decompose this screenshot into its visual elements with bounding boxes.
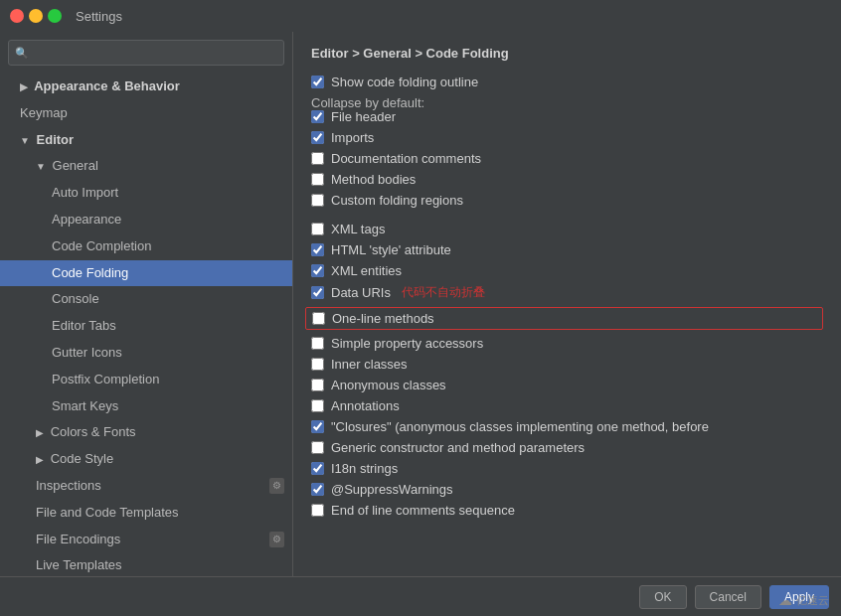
inner-classes-checkbox[interactable] xyxy=(311,358,324,371)
sidebar-item-general[interactable]: ▼ General xyxy=(0,153,292,180)
show-code-folding-outline-item: Show code folding outline xyxy=(311,75,823,89)
generic-constructor-checkbox[interactable] xyxy=(311,441,324,454)
settings-dialog: 🔍 ▶ Appearance & Behavior Keymap ▼ Edito… xyxy=(0,32,841,616)
i18n-checkbox[interactable] xyxy=(311,462,324,475)
doc-comments-checkbox[interactable] xyxy=(311,152,324,165)
sidebar-item-console[interactable]: Console xyxy=(0,286,292,313)
xml-tags-item: XML tags xyxy=(311,222,823,236)
annotations-label[interactable]: Annotations xyxy=(331,398,400,413)
xml-entities-label[interactable]: XML entities xyxy=(331,263,402,278)
one-line-methods-checkbox[interactable] xyxy=(312,312,325,325)
sidebar-item-live-templates[interactable]: Live Templates xyxy=(0,552,292,576)
doc-comments-item: Documentation comments xyxy=(311,151,823,166)
file-header-item: File header xyxy=(311,109,823,124)
method-bodies-label[interactable]: Method bodies xyxy=(331,172,416,187)
xml-tags-checkbox[interactable] xyxy=(311,223,324,235)
window-controls[interactable] xyxy=(10,9,62,23)
closures-label[interactable]: "Closures" (anonymous classes implementi… xyxy=(331,419,709,434)
file-header-checkbox[interactable] xyxy=(311,110,324,123)
sidebar-item-file-encodings[interactable]: File Encodings ⚙ xyxy=(0,527,292,553)
imports-item: Imports xyxy=(311,130,823,145)
expand-icon: ▶ xyxy=(20,79,28,95)
html-style-label[interactable]: HTML 'style' attribute xyxy=(331,242,451,257)
breadcrumb: Editor > General > Code Folding xyxy=(311,46,823,61)
sidebar-item-gutter-icons[interactable]: Gutter Icons xyxy=(0,340,292,367)
content-panel: Editor > General > Code Folding Show cod… xyxy=(293,32,841,576)
sidebar-item-editor[interactable]: ▼ Editor xyxy=(0,127,292,154)
i18n-item: I18n strings xyxy=(311,461,823,476)
search-input[interactable] xyxy=(34,46,277,60)
search-icon: 🔍 xyxy=(15,47,29,60)
i18n-label[interactable]: I18n strings xyxy=(331,461,398,476)
end-of-line-label[interactable]: End of line comments sequence xyxy=(331,503,515,518)
ok-button[interactable]: OK xyxy=(639,585,686,609)
sidebar: 🔍 ▶ Appearance & Behavior Keymap ▼ Edito… xyxy=(0,32,293,576)
custom-folding-checkbox[interactable] xyxy=(311,194,324,207)
end-of-line-checkbox[interactable] xyxy=(311,504,324,517)
sidebar-item-editor-tabs[interactable]: Editor Tabs xyxy=(0,313,292,340)
generic-constructor-item: Generic constructor and method parameter… xyxy=(311,440,823,455)
data-uris-checkbox[interactable] xyxy=(311,286,324,299)
title-bar: Settings xyxy=(0,0,841,32)
data-uris-annotation: 代码不自动折叠 xyxy=(402,284,485,301)
html-style-item: HTML 'style' attribute xyxy=(311,242,823,257)
suppress-warnings-item: @SuppressWarnings xyxy=(311,482,823,497)
one-line-methods-label[interactable]: One-line methods xyxy=(332,311,434,326)
simple-property-item: Simple property accessors xyxy=(311,336,823,351)
custom-folding-label[interactable]: Custom folding regions xyxy=(331,193,463,208)
expand-icon: ▶ xyxy=(36,425,44,441)
generic-constructor-label[interactable]: Generic constructor and method parameter… xyxy=(331,440,585,455)
annotations-item: Annotations xyxy=(311,398,823,413)
sidebar-item-smart-keys[interactable]: Smart Keys xyxy=(0,393,292,420)
doc-comments-label[interactable]: Documentation comments xyxy=(331,151,481,166)
dialog-body: 🔍 ▶ Appearance & Behavior Keymap ▼ Edito… xyxy=(0,32,841,576)
sidebar-item-inspections[interactable]: Inspections ⚙ xyxy=(0,473,292,500)
sidebar-item-auto-import[interactable]: Auto Import xyxy=(0,180,292,207)
inner-classes-item: Inner classes xyxy=(311,357,823,372)
closures-item: "Closures" (anonymous classes implementi… xyxy=(311,419,823,434)
collapse-by-default-label: Collapse by default: xyxy=(311,95,823,99)
search-box[interactable]: 🔍 xyxy=(8,40,284,66)
expand-icon: ▼ xyxy=(20,133,30,149)
data-uris-item: Data URIs 代码不自动折叠 xyxy=(311,284,823,301)
annotations-checkbox[interactable] xyxy=(311,399,324,412)
xml-tags-label[interactable]: XML tags xyxy=(331,222,385,236)
inner-classes-label[interactable]: Inner classes xyxy=(331,357,408,372)
sidebar-item-code-folding[interactable]: Code Folding xyxy=(0,260,292,287)
suppress-warnings-label[interactable]: @SuppressWarnings xyxy=(331,482,453,497)
suppress-warnings-checkbox[interactable] xyxy=(311,483,324,496)
cancel-button[interactable]: Cancel xyxy=(695,585,761,609)
data-uris-label[interactable]: Data URIs xyxy=(331,285,391,300)
expand-icon: ▶ xyxy=(36,452,44,468)
sidebar-item-postfix-completion[interactable]: Postfix Completion xyxy=(0,367,292,393)
html-style-checkbox[interactable] xyxy=(311,243,324,256)
sidebar-item-code-completion[interactable]: Code Completion xyxy=(0,233,292,260)
closures-checkbox[interactable] xyxy=(311,420,324,433)
watermark: ☁ 亿速云 xyxy=(778,592,829,608)
method-bodies-checkbox[interactable] xyxy=(311,173,324,186)
sidebar-item-code-style[interactable]: ▶ Code Style xyxy=(0,446,292,473)
xml-entities-checkbox[interactable] xyxy=(311,264,324,277)
sidebar-item-colors-fonts[interactable]: ▶ Colors & Fonts xyxy=(0,419,292,446)
sidebar-item-keymap[interactable]: Keymap xyxy=(0,100,292,127)
maximize-button[interactable] xyxy=(48,9,62,23)
simple-property-label[interactable]: Simple property accessors xyxy=(331,336,483,351)
imports-label[interactable]: Imports xyxy=(331,130,374,145)
simple-property-checkbox[interactable] xyxy=(311,337,324,350)
xml-entities-item: XML entities xyxy=(311,263,823,278)
end-of-line-item: End of line comments sequence xyxy=(311,503,823,518)
anonymous-classes-label[interactable]: Anonymous classes xyxy=(331,378,446,392)
imports-checkbox[interactable] xyxy=(311,131,324,144)
sidebar-item-file-code-templates[interactable]: File and Code Templates xyxy=(0,500,292,527)
expand-icon: ▼ xyxy=(36,159,46,175)
sidebar-item-appearance-behavior[interactable]: ▶ Appearance & Behavior xyxy=(0,74,292,100)
sidebar-item-appearance[interactable]: Appearance xyxy=(0,207,292,233)
show-code-folding-outline-checkbox[interactable] xyxy=(311,76,324,88)
close-button[interactable] xyxy=(10,9,24,23)
minimize-button[interactable] xyxy=(29,9,43,23)
file-header-label[interactable]: File header xyxy=(331,109,396,124)
watermark-icon: ☁ xyxy=(778,592,792,608)
sidebar-tree: ▶ Appearance & Behavior Keymap ▼ Editor … xyxy=(0,72,292,576)
show-code-folding-outline-label[interactable]: Show code folding outline xyxy=(331,75,478,89)
anonymous-classes-checkbox[interactable] xyxy=(311,379,324,391)
